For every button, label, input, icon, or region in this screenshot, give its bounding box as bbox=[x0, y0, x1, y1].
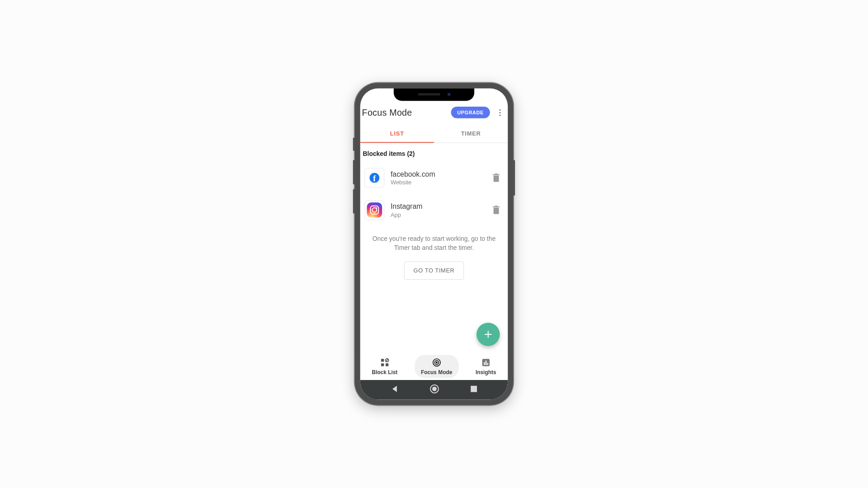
nav-label: Focus Mode bbox=[421, 369, 452, 375]
delete-button[interactable] bbox=[489, 203, 504, 217]
item-subtitle: App bbox=[391, 211, 483, 218]
phone-device: Focus Mode UPGRADE LIST TIMER Blocked it… bbox=[355, 83, 513, 405]
instagram-icon bbox=[365, 200, 385, 220]
more-menu-button[interactable] bbox=[494, 104, 506, 121]
bottom-nav: Block List Focus Mode bbox=[360, 353, 508, 380]
svg-rect-4 bbox=[493, 206, 500, 207]
nav-insights[interactable]: Insights bbox=[469, 355, 502, 378]
insights-icon bbox=[481, 357, 491, 367]
blocklist-icon bbox=[380, 357, 390, 367]
svg-rect-18 bbox=[486, 361, 486, 365]
svg-marker-20 bbox=[392, 386, 396, 392]
system-home-button[interactable] bbox=[429, 384, 439, 396]
android-system-bar bbox=[360, 380, 508, 400]
page-title: Focus Mode bbox=[362, 108, 412, 118]
facebook-icon bbox=[365, 168, 385, 188]
svg-rect-23 bbox=[471, 386, 477, 392]
focusmode-icon bbox=[432, 357, 442, 367]
tab-list[interactable]: LIST bbox=[360, 124, 434, 143]
list-item[interactable]: Instagram App bbox=[360, 194, 508, 226]
square-recents-icon bbox=[470, 385, 477, 393]
delete-button[interactable] bbox=[489, 171, 504, 185]
trash-icon bbox=[492, 174, 500, 183]
section-header: Blocked items (2) bbox=[360, 143, 508, 162]
go-to-timer-button[interactable]: GO TO TIMER bbox=[404, 261, 464, 280]
svg-point-22 bbox=[432, 387, 437, 391]
trash-icon bbox=[492, 206, 500, 215]
svg-rect-0 bbox=[494, 176, 499, 182]
nav-label: Block List bbox=[372, 369, 397, 375]
svg-rect-3 bbox=[494, 208, 499, 214]
upgrade-button[interactable]: UPGRADE bbox=[451, 107, 490, 118]
hint-text: Once you're ready to start working, go t… bbox=[360, 226, 508, 254]
phone-screen: Focus Mode UPGRADE LIST TIMER Blocked it… bbox=[360, 88, 508, 399]
app-bar: Focus Mode UPGRADE bbox=[360, 102, 508, 124]
item-subtitle: Website bbox=[391, 179, 483, 186]
svg-rect-9 bbox=[381, 363, 384, 366]
system-recents-button[interactable] bbox=[470, 385, 477, 394]
item-title: Instagram bbox=[391, 202, 483, 210]
plus-icon bbox=[484, 330, 493, 339]
add-fab[interactable] bbox=[476, 323, 500, 346]
more-vertical-icon bbox=[499, 109, 500, 116]
phone-side-button bbox=[353, 189, 355, 213]
triangle-back-icon bbox=[391, 385, 399, 393]
svg-rect-1 bbox=[493, 174, 500, 175]
svg-point-15 bbox=[436, 362, 437, 363]
phone-side-button bbox=[353, 137, 355, 151]
content-area: Blocked items (2) facebook.com Website bbox=[360, 143, 508, 399]
svg-rect-5 bbox=[495, 206, 498, 206]
tab-bar: LIST TIMER bbox=[360, 124, 508, 143]
nav-focus-mode[interactable]: Focus Mode bbox=[415, 355, 458, 378]
phone-side-button bbox=[513, 160, 515, 196]
svg-rect-8 bbox=[381, 359, 384, 361]
svg-rect-17 bbox=[484, 362, 485, 365]
nav-label: Insights bbox=[476, 369, 496, 375]
svg-rect-10 bbox=[386, 363, 388, 366]
svg-rect-19 bbox=[487, 363, 488, 365]
system-back-button[interactable] bbox=[391, 385, 399, 395]
item-title: facebook.com bbox=[391, 170, 483, 178]
circle-home-icon bbox=[429, 384, 439, 394]
nav-block-list[interactable]: Block List bbox=[366, 355, 404, 378]
phone-notch bbox=[394, 88, 474, 101]
tab-timer[interactable]: TIMER bbox=[434, 124, 508, 143]
list-item[interactable]: facebook.com Website bbox=[360, 162, 508, 194]
svg-rect-2 bbox=[495, 174, 498, 174]
svg-line-12 bbox=[386, 359, 388, 361]
phone-side-button bbox=[353, 160, 355, 184]
